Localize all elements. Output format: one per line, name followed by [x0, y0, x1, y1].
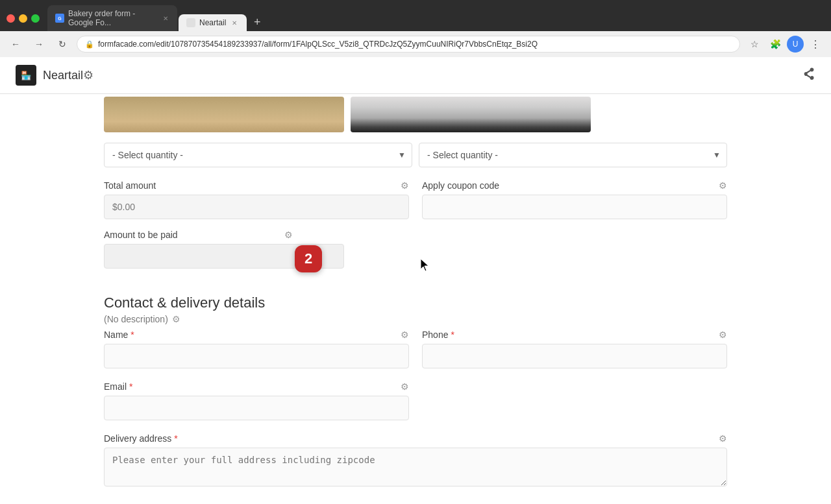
name-field: Name * ⚙ — [104, 330, 409, 368]
browser-window: G Bakery order form - Google Fo... ✕ Nea… — [0, 0, 831, 504]
new-tab-button[interactable]: + — [248, 13, 266, 31]
tab-favicon-google: G — [55, 14, 64, 23]
section-title: Contact & delivery details — [104, 294, 727, 311]
toolbar-icons: ☆ 🧩 U ⋮ — [745, 35, 825, 53]
email-input[interactable] — [104, 396, 409, 420]
total-amount-input[interactable] — [104, 195, 409, 219]
extensions-icon[interactable]: 🧩 — [766, 35, 784, 53]
delivery-address-label: Delivery address * ⚙ — [104, 433, 727, 444]
contact-section-header: Contact & delivery details (No descripti… — [104, 294, 727, 324]
delivery-required-indicator: * — [174, 433, 177, 444]
email-required-indicator: * — [129, 381, 132, 392]
traffic-lights — [6, 14, 40, 23]
svg-text:G: G — [58, 16, 62, 21]
quantity-dropdown-right[interactable]: - Select quantity - — [419, 143, 727, 167]
tab-close-neartail[interactable]: ✕ — [230, 18, 239, 27]
phone-gear-icon[interactable]: ⚙ — [719, 330, 727, 340]
forward-button[interactable]: → — [30, 35, 48, 53]
tab-favicon-neartail — [186, 18, 195, 27]
tab-label-neartail: Neartail — [199, 18, 226, 27]
back-button[interactable]: ← — [6, 35, 25, 53]
brand-name: Neartail — [43, 69, 83, 82]
tab-label-bakery: Bakery order form - Google Fo... — [68, 9, 158, 27]
phone-field: Phone * ⚙ — [422, 330, 727, 368]
amount-to-be-paid-section: Amount to be paid ⚙ 2 — [104, 230, 727, 269]
apply-coupon-field: Apply coupon code ⚙ — [422, 180, 727, 219]
name-label: Name * ⚙ — [104, 330, 409, 340]
profile-icon[interactable]: U — [787, 36, 804, 53]
step-badge-2: 2 — [295, 245, 322, 272]
url-text: formfacade.com/edit/10787073545418923393… — [98, 40, 732, 49]
app-header: 🏪 Neartail ⚙ — [0, 57, 831, 94]
email-gear-icon[interactable]: ⚙ — [401, 381, 409, 392]
section-description-gear-icon[interactable]: ⚙ — [172, 314, 180, 324]
section-description: (No description) ⚙ — [104, 314, 727, 324]
minimize-button[interactable] — [19, 14, 27, 23]
total-coupon-row: Total amount ⚙ Apply coupon code ⚙ — [104, 180, 727, 219]
quantity-row: - Select quantity - ▼ - Select quantity … — [104, 143, 727, 167]
total-amount-label: Total amount ⚙ — [104, 180, 409, 191]
tab-close-bakery[interactable]: ✕ — [162, 14, 169, 23]
main-area: - Select quantity - ▼ - Select quantity … — [91, 94, 740, 504]
name-gear-icon[interactable]: ⚙ — [401, 330, 409, 340]
close-button[interactable] — [6, 14, 15, 23]
amount-to-be-paid-gear-icon[interactable]: ⚙ — [284, 230, 293, 240]
lock-icon: 🔒 — [85, 40, 94, 49]
browser-titlebar: G Bakery order form - Google Fo... ✕ Nea… — [0, 0, 831, 31]
name-required-indicator: * — [130, 330, 134, 340]
quantity-select-right[interactable]: - Select quantity - ▼ — [419, 143, 727, 167]
tab-neartail[interactable]: Neartail ✕ — [179, 14, 247, 31]
browser-toolbar: ← → ↻ 🔒 formfacade.com/edit/107870735454… — [0, 31, 831, 57]
reload-button[interactable]: ↻ — [53, 35, 71, 53]
header-gear-icon[interactable]: ⚙ — [83, 68, 93, 82]
contact-grid: Name * ⚙ Phone * ⚙ — [104, 330, 727, 489]
bookmark-icon[interactable]: ☆ — [745, 35, 763, 53]
apply-coupon-input[interactable] — [422, 195, 727, 219]
amount-to-be-paid-label: Amount to be paid ⚙ — [104, 230, 344, 240]
page-content: 🏪 Neartail ⚙ - Select quantity - — [0, 57, 831, 504]
phone-input[interactable] — [422, 344, 727, 368]
name-input[interactable] — [104, 344, 409, 368]
delivery-address-field: Delivery address * ⚙ — [104, 433, 727, 489]
address-bar[interactable]: 🔒 formfacade.com/edit/107870735454189233… — [77, 36, 740, 53]
chrome-menu-icon[interactable]: ⋮ — [806, 35, 825, 53]
apply-coupon-label: Apply coupon code ⚙ — [422, 180, 727, 191]
email-field: Email * ⚙ — [104, 381, 409, 420]
share-icon[interactable] — [802, 67, 815, 84]
product-image-right — [351, 97, 591, 132]
product-images — [104, 94, 727, 132]
phone-label: Phone * ⚙ — [422, 330, 727, 340]
product-image-left — [104, 97, 344, 132]
browser-tabs: G Bakery order form - Google Fo... ✕ Nea… — [47, 5, 825, 31]
apply-coupon-gear-icon[interactable]: ⚙ — [719, 180, 727, 191]
delivery-address-input[interactable] — [104, 448, 727, 486]
phone-required-indicator: * — [451, 330, 454, 340]
quantity-dropdown-left[interactable]: - Select quantity - — [104, 143, 412, 167]
total-amount-field: Total amount ⚙ — [104, 180, 409, 219]
svg-text:🏪: 🏪 — [21, 70, 32, 81]
total-amount-gear-icon[interactable]: ⚙ — [401, 180, 409, 191]
app-brand: 🏪 Neartail — [16, 65, 83, 86]
brand-icon: 🏪 — [16, 65, 36, 86]
tab-bakery[interactable]: G Bakery order form - Google Fo... ✕ — [47, 5, 177, 31]
email-label: Email * ⚙ — [104, 381, 409, 392]
quantity-select-left[interactable]: - Select quantity - ▼ — [104, 143, 412, 167]
delivery-address-gear-icon[interactable]: ⚙ — [719, 433, 727, 444]
maximize-button[interactable] — [31, 14, 40, 23]
